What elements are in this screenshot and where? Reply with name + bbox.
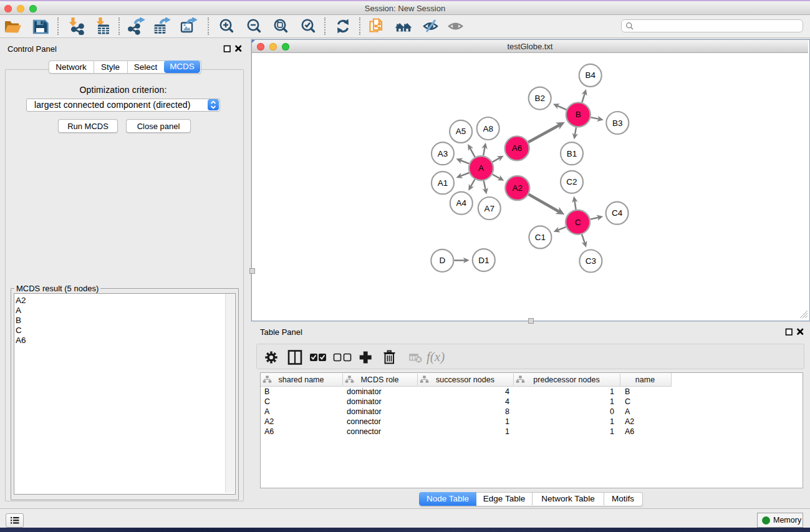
svg-text:B1: B1 (567, 149, 577, 158)
svg-text:A6: A6 (512, 143, 523, 153)
svg-text:A8: A8 (483, 124, 493, 133)
svg-text:A1: A1 (438, 178, 448, 188)
svg-text:A7: A7 (485, 204, 495, 213)
svg-text:B3: B3 (612, 118, 623, 128)
svg-text:A: A (478, 163, 484, 173)
svg-text:B: B (576, 110, 581, 119)
svg-text:C3: C3 (586, 256, 596, 266)
svg-text:C4: C4 (612, 208, 623, 218)
svg-text:C: C (575, 218, 581, 227)
svg-text:A4: A4 (456, 198, 467, 208)
svg-text:A3: A3 (438, 149, 448, 158)
svg-text:B4: B4 (585, 70, 595, 80)
svg-text:D1: D1 (478, 256, 489, 265)
svg-text:C1: C1 (535, 233, 546, 242)
svg-text:A5: A5 (456, 127, 466, 136)
svg-text:B2: B2 (534, 94, 545, 103)
svg-text:A2: A2 (513, 183, 523, 193)
svg-text:C2: C2 (566, 177, 577, 186)
svg-text:D: D (439, 256, 445, 265)
